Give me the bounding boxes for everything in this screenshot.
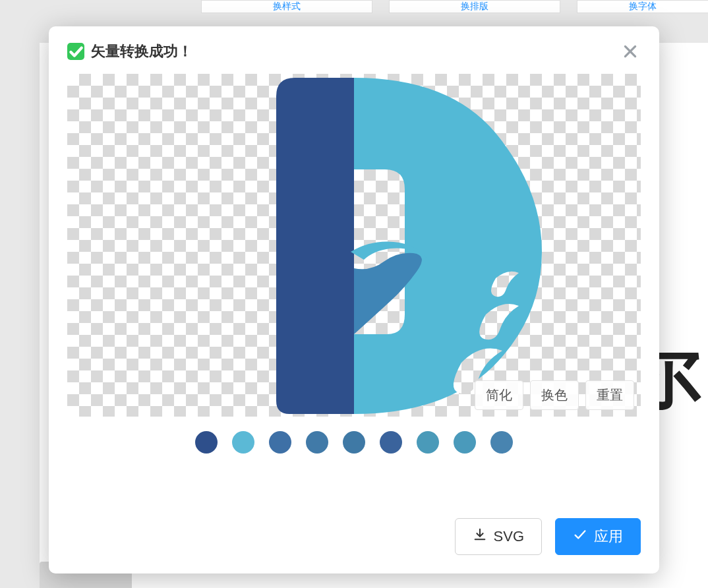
download-svg-label: SVG (494, 528, 524, 545)
checkerboard-canvas[interactable]: 简化 换色 重置 (67, 74, 641, 417)
simplify-button[interactable]: 简化 (475, 380, 523, 410)
color-swatch-5[interactable] (380, 431, 402, 454)
preview-area: 简化 换色 重置 (67, 74, 641, 417)
reset-button[interactable]: 重置 (585, 380, 634, 410)
vector-convert-modal: 矢量转换成功！ (49, 26, 659, 573)
success-check-icon (67, 43, 84, 60)
apply-button[interactable]: 应用 (555, 518, 641, 555)
download-svg-button[interactable]: SVG (455, 518, 542, 555)
color-swatch-8[interactable] (490, 431, 513, 454)
check-icon (573, 527, 587, 546)
color-swatch-4[interactable] (343, 431, 365, 454)
color-swatch-7[interactable] (454, 431, 476, 454)
color-swatch-6[interactable] (417, 431, 439, 454)
preview-overlay-controls: 简化 换色 重置 (475, 380, 634, 410)
bg-tab-layout[interactable]: 换排版 (389, 0, 560, 13)
download-icon (473, 527, 487, 546)
apply-label: 应用 (594, 527, 623, 546)
color-palette (49, 431, 659, 454)
modal-title: 矢量转换成功！ (67, 42, 192, 61)
color-swatch-2[interactable] (269, 431, 291, 454)
bg-tab-style[interactable]: 换样式 (201, 0, 372, 13)
modal-header: 矢量转换成功！ (49, 26, 659, 74)
recolor-button[interactable]: 换色 (530, 380, 579, 410)
color-swatch-1[interactable] (232, 431, 254, 454)
bg-tab-font[interactable]: 换字体 (577, 0, 708, 13)
color-swatch-0[interactable] (195, 431, 218, 454)
logo-preview (153, 74, 555, 417)
color-swatch-3[interactable] (306, 431, 328, 454)
close-button[interactable] (620, 41, 641, 62)
modal-title-text: 矢量转换成功！ (91, 42, 192, 61)
modal-footer: SVG 应用 (49, 518, 659, 573)
